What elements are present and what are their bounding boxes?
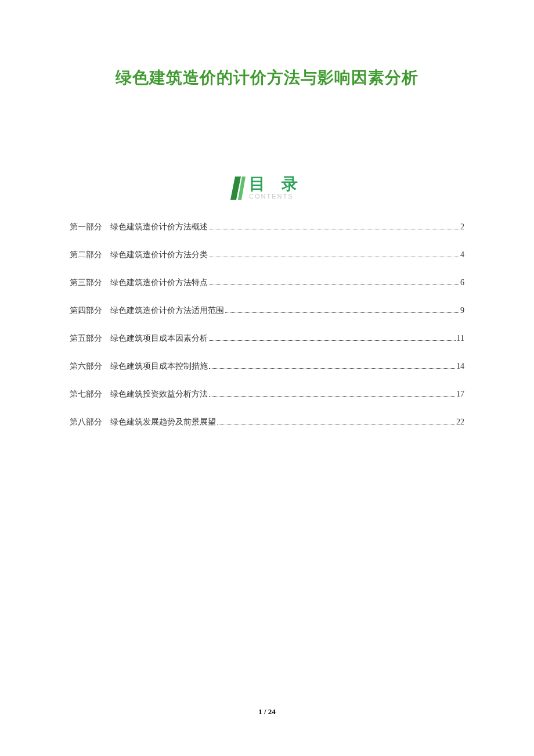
toc-row[interactable]: 第二部分 绿色建筑造价计价方法分类 4: [70, 250, 464, 260]
toc-item-title: 绿色建筑造价计价方法适用范围: [110, 305, 224, 316]
toc-list: 第一部分 绿色建筑造价计价方法概述 2 第二部分 绿色建筑造价计价方法分类 4 …: [70, 222, 464, 427]
toc-part-label: 第二部分: [70, 250, 102, 260]
document-title: 绿色建筑造价的计价方法与影响因素分析: [70, 67, 464, 89]
toc-item-title: 绿色建筑项目成本控制措施: [110, 361, 208, 372]
toc-page-number: 22: [456, 417, 464, 427]
toc-leader-dots: [209, 229, 459, 229]
toc-leader-dots: [209, 340, 456, 341]
toc-page-number: 9: [460, 306, 464, 315]
toc-row[interactable]: 第六部分 绿色建筑项目成本控制措施 14: [70, 361, 464, 372]
toc-row[interactable]: 第四部分 绿色建筑造价计价方法适用范围 9: [70, 305, 464, 316]
toc-part-label: 第八部分: [70, 417, 102, 427]
toc-part-label: 第四部分: [70, 305, 102, 316]
page-sep: /: [262, 707, 268, 716]
toc-page-number: 4: [460, 250, 464, 260]
toc-page-number: 6: [460, 278, 464, 287]
toc-page-number: 11: [457, 334, 464, 343]
toc-part-label: 第五部分: [70, 333, 102, 344]
toc-label-sub: CONTENTS: [249, 193, 294, 200]
toc-item-title: 绿色建筑造价计价方法分类: [110, 250, 208, 260]
toc-part-label: 第三部分: [70, 278, 102, 288]
page-footer: 1 / 24: [0, 707, 534, 717]
toc-page-number: 17: [456, 390, 464, 399]
toc-item-title: 绿色建筑造价计价方法特点: [110, 278, 208, 288]
toc-item-title: 绿色建筑造价计价方法概述: [110, 222, 208, 232]
toc-leader-dots: [209, 396, 455, 397]
toc-part-label: 第一部分: [70, 222, 102, 232]
toc-leader-dots: [225, 312, 459, 313]
toc-row[interactable]: 第八部分 绿色建筑发展趋势及前景展望 22: [70, 417, 464, 427]
toc-row[interactable]: 第五部分 绿色建筑项目成本因素分析 11: [70, 333, 464, 344]
page-total: 24: [268, 707, 276, 716]
toc-leader-dots: [217, 424, 455, 424]
toc-leader-dots: [209, 257, 459, 257]
toc-part-label: 第七部分: [70, 389, 102, 399]
toc-item-title: 绿色建筑投资效益分析方法: [110, 389, 208, 399]
toc-label-main: 目 录: [249, 176, 304, 192]
toc-label-wrap: 目 录 CONTENTS: [249, 176, 304, 200]
toc-page-number: 2: [460, 222, 464, 232]
toc-item-title: 绿色建筑发展趋势及前景展望: [110, 417, 216, 427]
toc-part-label: 第六部分: [70, 361, 102, 372]
toc-leader-dots: [209, 285, 459, 285]
toc-row[interactable]: 第七部分 绿色建筑投资效益分析方法 17: [70, 389, 464, 399]
toc-page-number: 14: [456, 362, 464, 371]
toc-item-title: 绿色建筑项目成本因素分析: [110, 333, 208, 344]
toc-slash-icon: [230, 177, 246, 200]
toc-header: 目 录 CONTENTS: [70, 176, 464, 200]
toc-row[interactable]: 第一部分 绿色建筑造价计价方法概述 2: [70, 222, 464, 232]
toc-leader-dots: [209, 368, 455, 369]
toc-row[interactable]: 第三部分 绿色建筑造价计价方法特点 6: [70, 278, 464, 288]
